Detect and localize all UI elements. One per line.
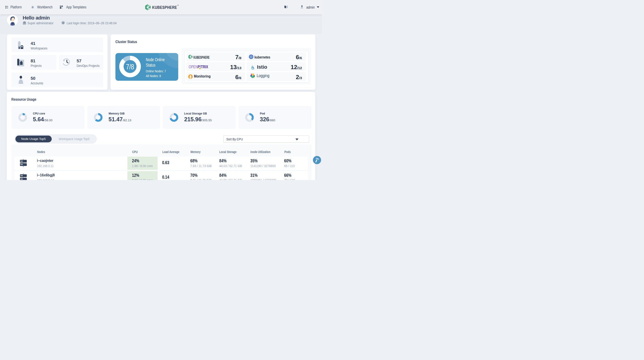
svg-text:7/8: 7/8 [126, 62, 134, 71]
